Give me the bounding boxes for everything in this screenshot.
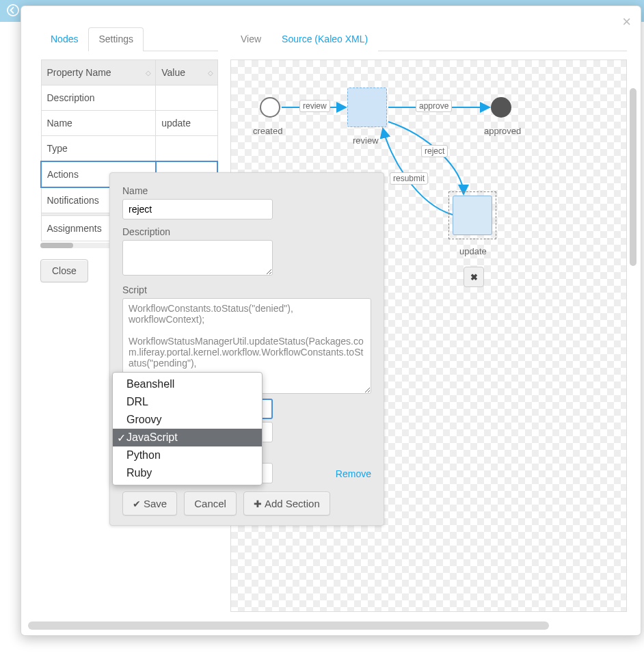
name-field[interactable] [122,199,273,219]
cancel-button[interactable]: Cancel [184,492,237,516]
col-property-name[interactable]: Property Name◇ [41,60,156,85]
node-label: update [459,246,487,256]
svg-point-0 [8,4,18,15]
close-icon[interactable]: × [622,14,631,29]
script-label: Script [122,284,371,295]
description-field[interactable] [122,240,273,276]
back-icon[interactable] [7,4,19,18]
table-row[interactable]: Type [41,136,217,162]
node-review[interactable] [347,88,387,127]
modal-vscroll[interactable] [630,88,636,621]
table-row[interactable]: Nameupdate [41,111,217,136]
tab-source[interactable]: Source (Kaleo XML) [271,27,378,51]
name-label: Name [122,185,371,196]
check-icon: ✔ [133,498,141,509]
script-language-dropdown[interactable]: BeanshellDRLGroovyJavaScriptPythonRuby [112,372,263,485]
edge-label-review[interactable]: review [299,100,330,112]
plus-icon: ✚ [254,498,262,509]
delete-node-button[interactable]: ✖ [464,267,484,287]
dropdown-option[interactable]: Beanshell [113,375,262,393]
save-button[interactable]: ✔Save [122,492,177,516]
remove-link[interactable]: Remove [336,468,371,479]
col-value[interactable]: Value◇ [156,60,217,85]
node-update[interactable] [453,196,492,235]
node-label: review [353,135,379,146]
modal-hscroll[interactable] [28,621,634,630]
description-label: Description [122,226,371,237]
left-tabs: Nodes Settings [40,27,218,51]
table-row[interactable]: Description [41,85,217,111]
node-label: created [253,126,282,136]
edge-label-resubmit[interactable]: resubmit [390,172,428,185]
tab-view[interactable]: View [230,27,271,51]
tab-settings[interactable]: Settings [88,27,144,51]
dropdown-option[interactable]: Groovy [113,411,262,429]
node-approved[interactable] [491,97,511,118]
sort-icon: ◇ [208,69,213,77]
dropdown-option[interactable]: DRL [113,393,262,411]
node-created[interactable] [260,97,280,118]
dropdown-option[interactable]: Ruby [113,464,262,482]
dropdown-option[interactable]: JavaScript [113,429,262,446]
add-section-button[interactable]: ✚Add Section [243,492,330,516]
node-label: approved [484,126,521,136]
sort-icon: ◇ [146,69,151,77]
edge-label-approve[interactable]: approve [416,100,452,112]
dropdown-option[interactable]: Python [113,446,262,464]
right-tabs: View Source (Kaleo XML) [230,27,627,51]
close-button[interactable]: Close [40,259,88,282]
edge-label-reject[interactable]: reject [421,145,448,157]
tab-nodes[interactable]: Nodes [40,27,88,51]
